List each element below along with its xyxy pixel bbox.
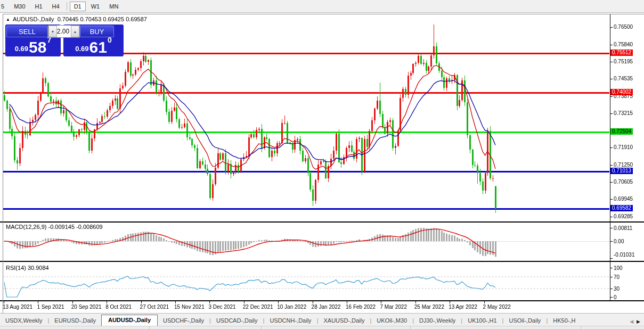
price-level-tag: 0.74002 bbox=[610, 89, 633, 95]
price-tick-label: 0.70605 bbox=[614, 179, 633, 185]
tabs-scroll-left-icon[interactable]: ◀ bbox=[628, 319, 635, 324]
timeframe-button-d1[interactable]: D1 bbox=[70, 2, 86, 11]
date-tick-label: 10 Jan 2022 bbox=[277, 304, 306, 310]
date-tick-label: 15 Nov 2021 bbox=[174, 304, 205, 310]
date-tick-label: 7 Mar 2022 bbox=[380, 304, 407, 310]
tab-ukoil-[interactable]: UKOil-,M30 bbox=[371, 315, 412, 326]
timeframe-button-m30[interactable]: M30 bbox=[10, 2, 29, 11]
timeframe-button-h1[interactable]: H1 bbox=[31, 2, 47, 11]
buy-price-big: 61 bbox=[89, 40, 107, 55]
price-tick-label: 0.69945 bbox=[614, 196, 633, 202]
date-tick-label: 8 Oct 2021 bbox=[105, 304, 132, 310]
buy-price: 0.69 61 0 bbox=[63, 36, 124, 56]
tab-hk50-[interactable]: HK50-,H bbox=[548, 315, 581, 326]
date-tick-label: 16 Feb 2022 bbox=[346, 304, 376, 310]
date-tick-label: 27 Oct 2021 bbox=[140, 304, 169, 310]
macd-tick-label: 0.00 bbox=[614, 238, 624, 244]
sell-button[interactable]: SELL bbox=[6, 26, 48, 37]
one-click-trading-panel: 0.69 58 7 0.69 61 0 SELL BUY ▼ 2.00 ▲ bbox=[5, 24, 124, 56]
date-tick-label: 28 Jan 2022 bbox=[312, 304, 341, 310]
price-level-tag: 0.71013 bbox=[610, 168, 633, 174]
buy-price-prefix: 0.69 bbox=[75, 45, 88, 53]
timeframe-button-5[interactable]: 5 bbox=[0, 2, 9, 11]
chart-symbol-label: AUDUSD-,Daily bbox=[13, 16, 54, 22]
buy-button[interactable]: BUY bbox=[80, 26, 114, 37]
price-tick-label: 0.71910 bbox=[614, 144, 633, 150]
timeframe-toolbar: 5M30H1H4D1W1MN bbox=[0, 0, 644, 13]
date-tick-label: 1 Sep 2021 bbox=[37, 304, 64, 310]
date-tick-label: 13 Apr 2022 bbox=[449, 304, 477, 310]
tabs-scroll-right-icon[interactable]: ▶ bbox=[635, 319, 642, 324]
rsi-tick-label: 100 bbox=[614, 265, 623, 271]
volume-stepper: ▼ 2.00 ▲ bbox=[48, 25, 80, 38]
price-tick-label: 0.73215 bbox=[614, 110, 633, 116]
price-level-tag: 0.69582 bbox=[610, 205, 633, 211]
date-tick-label: 3 Dec 2021 bbox=[208, 304, 235, 310]
tab-usdcad-[interactable]: USDCAD-,Daily bbox=[211, 315, 263, 326]
tab-eurusd-[interactable]: EURUSD-,Daily bbox=[49, 315, 101, 326]
date-tick-label: 20 Sep 2021 bbox=[71, 304, 102, 310]
tab-uk100-[interactable]: UK100-,H1 bbox=[462, 315, 502, 326]
price-tick-label: 0.76500 bbox=[614, 24, 633, 30]
price-tick-label: 0.69285 bbox=[614, 213, 633, 219]
price-tick-label: 0.71250 bbox=[614, 162, 633, 168]
sell-price-big: 58 bbox=[29, 40, 46, 55]
price-tick-label: 0.75195 bbox=[614, 59, 633, 64]
date-tick-label: 25 Mar 2022 bbox=[414, 304, 444, 310]
macd-tick-label: 0.00811 bbox=[614, 225, 632, 231]
tab-usdx[interactable]: USDX,Weekly bbox=[0, 315, 47, 326]
mt4-window: 5M30H1H4D1W1MN ▲AUDUSD-,Daily 0.70445 0.… bbox=[0, 0, 644, 329]
toolbar-separator bbox=[67, 2, 67, 11]
date-tick-label: 13 Aug 2021 bbox=[3, 304, 32, 310]
collapse-chart-icon[interactable]: ▲ bbox=[6, 17, 10, 22]
volume-increase-icon[interactable]: ▲ bbox=[71, 26, 79, 37]
rsi-tick-label: 30 bbox=[614, 286, 619, 292]
timeframe-button-w1[interactable]: W1 bbox=[87, 2, 104, 11]
tab-dj30-[interactable]: DJ30-,Weekly bbox=[414, 315, 461, 326]
macd-tick-label: -0.01031 bbox=[614, 252, 634, 258]
tab-usoil-[interactable]: USOil-,Daily bbox=[503, 315, 546, 326]
timeframe-button-h4[interactable]: H4 bbox=[48, 2, 64, 11]
price-level-tag: 0.72504 bbox=[610, 128, 633, 135]
chart-tab-bar: USDX,Weekly|EURUSD-,DailyAUDUSD-,DailyUS… bbox=[0, 313, 644, 326]
price-tick-label: 0.75840 bbox=[614, 42, 633, 47]
timeframe-button-mn[interactable]: MN bbox=[105, 2, 123, 11]
docked-panel-edge bbox=[0, 326, 644, 329]
volume-decrease-icon[interactable]: ▼ bbox=[48, 26, 57, 37]
price-level-tag: 0.75512 bbox=[610, 50, 633, 56]
tab-usdchf-[interactable]: USDCHF-,Daily bbox=[158, 315, 209, 326]
price-tick-label: 0.74535 bbox=[614, 76, 633, 81]
tab-xauusd-[interactable]: XAUUSD-,Daily bbox=[318, 315, 370, 326]
date-tick-label: 22 Dec 2021 bbox=[243, 304, 273, 310]
macd-label: MACD(12,26,9) -0.009145 -0.008609 bbox=[6, 224, 103, 230]
sell-price-prefix: 0.69 bbox=[15, 45, 28, 53]
rsi-tick-label: 70 bbox=[614, 274, 619, 280]
tab-audusd-[interactable]: AUDUSD-,Daily bbox=[101, 315, 158, 326]
rsi-label: RSI(14) 30.9084 bbox=[6, 265, 49, 271]
chart-title: ▲AUDUSD-,Daily 0.70445 0.70453 0.69425 0… bbox=[6, 16, 147, 22]
volume-value[interactable]: 2.00 bbox=[57, 26, 71, 37]
date-tick-label: 2 May 2022 bbox=[483, 304, 511, 310]
rsi-tick-label: 0 bbox=[614, 294, 617, 300]
sell-price: 0.69 58 7 bbox=[5, 36, 61, 56]
tab-usdcnh-[interactable]: USDCNH-,Daily bbox=[264, 315, 316, 326]
chart-ohlc-values: 0.70445 0.70453 0.69425 0.69587 bbox=[58, 16, 147, 22]
